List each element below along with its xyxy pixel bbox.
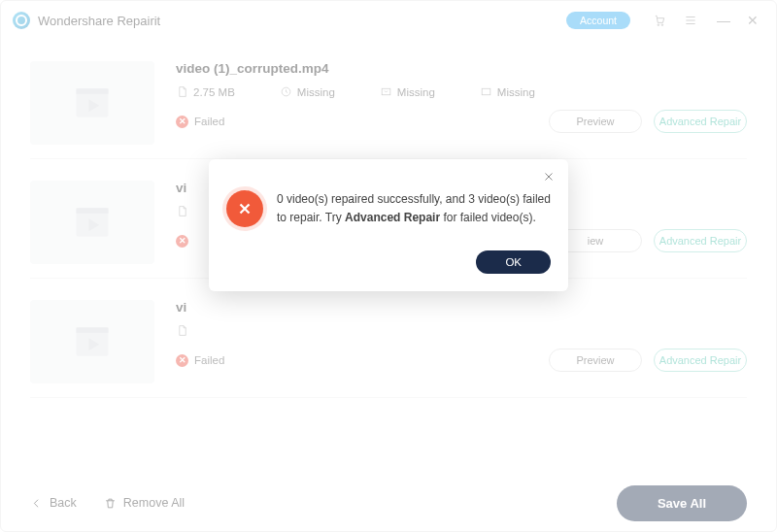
modal-close-button[interactable] [543,169,557,183]
modal-ok-button[interactable]: OK [476,250,551,274]
close-icon [543,171,555,183]
modal-message: 0 video(s) repaired successfully, and 3 … [277,190,551,226]
error-icon [226,190,263,227]
result-modal: 0 video(s) repaired successfully, and 3 … [209,159,568,291]
modal-backdrop: 0 video(s) repaired successfully, and 3 … [0,0,777,532]
